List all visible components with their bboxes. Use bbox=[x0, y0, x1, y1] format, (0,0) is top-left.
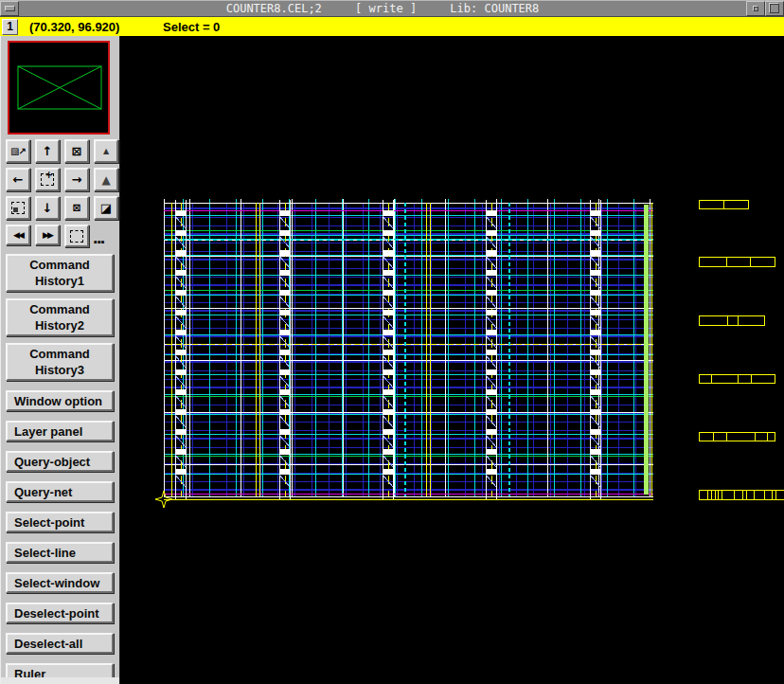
zoom-out-button[interactable]: ⊠ bbox=[64, 196, 89, 220]
zoom-in-window-button[interactable]: + bbox=[35, 168, 60, 191]
pan-left-button[interactable]: ← bbox=[6, 168, 30, 191]
fill-swatch-icon: ◪ bbox=[100, 201, 112, 215]
query-object-button[interactable]: Query-object bbox=[6, 451, 114, 472]
redraw-button[interactable]: ▨↗ bbox=[6, 139, 30, 163]
window-menu-button[interactable] bbox=[0, 1, 19, 16]
select-box-button[interactable] bbox=[64, 225, 89, 247]
previous-view-icon: ◀◀ bbox=[13, 230, 23, 240]
select-count: Select = 0 bbox=[163, 20, 220, 34]
window-option-button[interactable]: Window option bbox=[6, 390, 114, 411]
layout-canvas[interactable] bbox=[120, 36, 784, 684]
more-options-icon[interactable]: ▪▪▪ bbox=[94, 225, 105, 247]
cell-name: COUNTER8.CEL;2 bbox=[226, 2, 322, 15]
deselect-all-button[interactable]: Deselect-all bbox=[6, 633, 114, 654]
deselect-point-button[interactable]: Deselect-point bbox=[6, 603, 114, 623]
main-area: ▨↗ ↑ ⊠ ▲ ← + → ▲ ↓ ⊠ ◪ bbox=[0, 36, 784, 684]
write-mode-badge: [ write ] bbox=[355, 2, 417, 15]
magenta-rails bbox=[164, 210, 653, 494]
maximize-icon bbox=[770, 4, 779, 13]
window-menu-icon bbox=[5, 6, 15, 11]
previous-view-button[interactable]: ◀◀ bbox=[6, 225, 30, 245]
pan-down-button[interactable]: ↓ bbox=[35, 196, 60, 220]
maximize-button[interactable] bbox=[765, 1, 784, 16]
zoom-in-window-icon: + bbox=[41, 173, 54, 186]
statusbar: 1 (70.320, 96.920) Select = 0 bbox=[0, 17, 784, 36]
pan-right-button[interactable]: → bbox=[64, 168, 89, 191]
select-window-button[interactable]: Select-window bbox=[6, 572, 114, 593]
fill-swatch-button[interactable]: ◪ bbox=[94, 196, 118, 220]
command-history-3-button[interactable]: Command History3 bbox=[6, 343, 114, 381]
layout-svg[interactable] bbox=[120, 36, 784, 684]
pan-window-icon bbox=[11, 202, 25, 214]
arrow-right-icon: → bbox=[72, 172, 82, 187]
select-box-icon bbox=[70, 230, 83, 243]
arrow-left-icon: ← bbox=[13, 172, 24, 187]
yellow-rails bbox=[164, 203, 653, 499]
peak-large-button[interactable]: ▲ bbox=[94, 168, 118, 191]
select-line-button[interactable]: Select-line bbox=[6, 542, 114, 563]
next-view-button[interactable]: ▶▶ bbox=[35, 225, 60, 245]
layer-panel-button[interactable]: Layer panel bbox=[6, 421, 114, 441]
zoom-out-icon: ⊠ bbox=[72, 202, 80, 214]
select-point-button[interactable]: Select-point bbox=[6, 512, 114, 532]
redraw-icon: ▨↗ bbox=[10, 146, 26, 156]
dashed-guides bbox=[164, 203, 653, 496]
next-view-icon: ▶▶ bbox=[43, 230, 52, 240]
via-ladders bbox=[175, 200, 600, 499]
overview-window[interactable] bbox=[8, 41, 110, 135]
peak-small-button[interactable]: ▲ bbox=[94, 139, 118, 163]
toolbar-row-1: ▨↗ ↑ ⊠ ▲ bbox=[6, 139, 119, 163]
pan-up-button[interactable]: ↑ bbox=[35, 139, 60, 163]
peak-large-icon: ▲ bbox=[101, 173, 110, 187]
titlebar: COUNTER8.CEL;2 [ write ] Lib: COUNTER8 bbox=[0, 0, 784, 17]
minimize-icon bbox=[754, 7, 758, 11]
overview-thumbnail bbox=[9, 43, 108, 133]
peak-small-icon: ▲ bbox=[103, 147, 109, 155]
command-history-2-button[interactable]: Command History2 bbox=[6, 298, 114, 336]
ruler-button[interactable]: Ruler bbox=[6, 663, 114, 684]
cursor-coordinates: (70.320, 96.920) bbox=[29, 20, 119, 34]
ruler-bars bbox=[699, 200, 784, 499]
query-net-button[interactable]: Query-net bbox=[6, 481, 114, 502]
toolbar-row-3: ↓ ⊠ ◪ bbox=[6, 196, 119, 220]
library-name: Lib: COUNTER8 bbox=[450, 2, 539, 15]
window-number-tile: 1 bbox=[2, 19, 18, 35]
arrow-up-icon: ↑ bbox=[43, 144, 53, 158]
sidebar: ▨↗ ↑ ⊠ ▲ ← + → ▲ ↓ ⊠ ◪ bbox=[0, 36, 120, 684]
zoom-fit-button[interactable]: ⊠ bbox=[64, 139, 89, 163]
zoom-fit-icon: ⊠ bbox=[72, 144, 82, 158]
arrow-down-icon: ↓ bbox=[43, 201, 53, 215]
command-history-1-button[interactable]: Command History1 bbox=[6, 254, 114, 292]
window-title: COUNTER8.CEL;2 [ write ] Lib: COUNTER8 bbox=[19, 2, 746, 15]
green-power-bar bbox=[644, 205, 649, 495]
minimize-button[interactable] bbox=[746, 1, 765, 16]
application-window: COUNTER8.CEL;2 [ write ] Lib: COUNTER8 1… bbox=[0, 0, 784, 684]
grid-white bbox=[164, 199, 653, 496]
pan-window-button[interactable] bbox=[6, 196, 30, 220]
toolbar-row-2: ← + → ▲ bbox=[6, 168, 119, 191]
grid-navy bbox=[164, 203, 653, 496]
grid-cyan bbox=[164, 199, 653, 496]
toolbar-row-4: ◀◀ ▶▶ ▪▪▪ bbox=[6, 225, 119, 247]
